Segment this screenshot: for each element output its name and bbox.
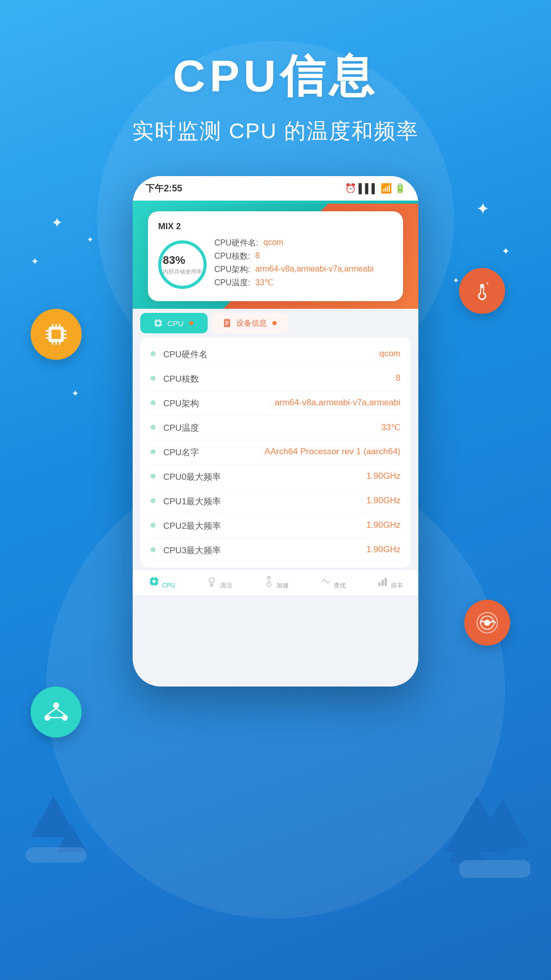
cpu-details-card: CPU硬件名 qcom CPU核数 8 CPU架构 arm64-v8a,arme… (140, 337, 411, 568)
svg-rect-29 (157, 322, 160, 325)
svg-rect-45 (153, 580, 156, 583)
tab-device-label: 设备信息 (236, 318, 267, 328)
card-row-hardware: CPU硬件名: qcom (214, 238, 373, 249)
svg-point-38 (189, 321, 193, 325)
cpu-value-freq3: 1.90GHz (366, 545, 400, 555)
cpu-dot-name (151, 449, 156, 454)
device-tab-icon (222, 318, 232, 328)
svg-line-26 (56, 708, 65, 715)
mountain-right-3 (444, 796, 510, 852)
card-label-cores: CPU核数: (214, 251, 250, 262)
card-value-hardware: qcom (263, 238, 283, 249)
svg-rect-59 (379, 582, 381, 586)
nav-optimize-icon (320, 575, 332, 587)
phone-mockup: 下午2:55 ⏰ ▌▌▌ 📶 🔋 MIX 2 83% 内 (133, 176, 418, 687)
usage-circle: 83% 内部存储使用率 (158, 240, 207, 289)
nav-boost[interactable]: 加速 (263, 575, 289, 590)
nav-boost-label: 加速 (277, 582, 289, 589)
cpu-detail-row-freq1: CPU1最大频率 1.90GHz (151, 489, 400, 514)
cpu-label-freq2: CPU2最大频率 (163, 520, 366, 532)
cpu-dot-freq1 (151, 498, 156, 503)
svg-text:°: ° (486, 281, 489, 288)
svg-rect-61 (385, 578, 387, 586)
tab-bar: CPU 设备信息 (140, 313, 411, 333)
cloud-right (459, 860, 531, 878)
card-label-hardware: CPU硬件名: (214, 238, 258, 249)
bubble-wave (464, 600, 510, 646)
cpu-detail-row-cores: CPU核数 8 (151, 367, 400, 391)
cpu-dot-freq3 (151, 547, 156, 552)
nav-optimize[interactable]: 查优 (320, 575, 346, 590)
svg-rect-1 (52, 330, 61, 339)
tab-cpu-dot (188, 320, 195, 327)
svg-point-58 (267, 582, 271, 586)
cpu-dot-freq0 (151, 474, 156, 479)
nav-clean[interactable]: 清洁 (206, 575, 232, 590)
nav-clean-label: 清洁 (220, 582, 232, 589)
battery-icon: 🔋 (394, 183, 406, 194)
cpu-detail-row-freq0: CPU0最大频率 1.90GHz (151, 465, 400, 489)
cpu-label-temp: CPU温度 (163, 422, 381, 434)
alarm-icon: ⏰ (345, 183, 356, 194)
cpu-label-freq3: CPU3最大频率 (163, 545, 366, 556)
cpu-detail-row-hardware: CPU硬件名 qcom (151, 342, 400, 367)
phone-mockup-area: ° 下午2:55 ⏰ ▌▌▌ 📶 🔋 (0, 176, 551, 687)
cpu-value-temp: 33℃ (381, 422, 400, 433)
cpu-label-freq1: CPU1最大频率 (163, 496, 366, 507)
nav-boost-icon (263, 575, 275, 587)
nav-cpu[interactable]: CPU (148, 575, 175, 590)
nav-optimize-label: 查优 (334, 582, 346, 589)
wifi-icon: 📶 (381, 183, 392, 194)
bubble-thermometer: ° (459, 268, 505, 314)
signal-icon: ▌▌▌ (359, 183, 378, 194)
info-card: MIX 2 83% 内部存储使用率 CPU硬件名: qcom (148, 211, 403, 301)
cpu-value-hardware: qcom (379, 349, 400, 359)
nav-clean-icon (206, 575, 218, 587)
tab-device[interactable]: 设备信息 (212, 313, 288, 333)
svg-point-17 (480, 293, 485, 299)
nav-rank-icon (377, 575, 389, 587)
card-info: CPU硬件名: qcom CPU核数: 8 CPU架构: arm64-v8a,a… (214, 238, 373, 291)
card-row-temp: CPU温度: 33℃ (214, 278, 373, 288)
usage-label: 内部存储使用率 (163, 268, 202, 276)
usage-percent: 83% (163, 254, 202, 267)
cpu-value-freq0: 1.90GHz (366, 471, 400, 481)
tab-cpu-label: CPU (167, 319, 184, 328)
card-value-temp: 33℃ (255, 278, 273, 288)
svg-point-22 (53, 702, 59, 708)
card-value-cores: 8 (255, 251, 260, 262)
status-bar: 下午2:55 ⏰ ▌▌▌ 📶 🔋 (133, 176, 418, 201)
cpu-label-name: CPU名字 (163, 447, 265, 458)
card-label-temp: CPU温度: (214, 278, 250, 288)
cpu-label-freq0: CPU0最大频率 (163, 471, 366, 483)
cpu-dot-temp (151, 425, 156, 430)
tab-device-dot (271, 320, 278, 327)
cpu-value-cores: 8 (396, 373, 400, 383)
cpu-detail-row-temp: CPU温度 33℃ (151, 416, 400, 440)
bubble-network (31, 687, 82, 738)
cpu-value-freq2: 1.90GHz (366, 520, 400, 530)
card-row-arch: CPU架构: arm64-v8a,armeabi-v7a,armeabi (214, 264, 373, 275)
card-row-cores: CPU核数: 8 (214, 251, 373, 262)
svg-point-54 (209, 578, 214, 583)
device-name: MIX 2 (158, 222, 373, 232)
cpu-detail-row-name: CPU名字 AArch64 Processor rev 1 (aarch64) (151, 440, 400, 465)
svg-rect-60 (382, 580, 384, 586)
cpu-dot-hardware (151, 351, 156, 356)
cpu-label-arch: CPU架构 (163, 398, 274, 409)
cpu-dot-freq2 (151, 523, 156, 528)
cpu-dot-arch (151, 400, 156, 405)
nav-cpu-icon (148, 575, 160, 587)
cpu-value-freq1: 1.90GHz (366, 496, 400, 506)
card-label-arch: CPU架构: (214, 264, 250, 275)
cpu-detail-row-freq3: CPU3最大频率 1.90GHz (151, 538, 400, 562)
cloud-left (26, 847, 87, 863)
card-value-arch: arm64-v8a,armeabi-v7a,armeabi (255, 264, 373, 275)
cpu-label-cores: CPU核数 (163, 373, 396, 385)
cpu-label-hardware: CPU硬件名 (163, 349, 379, 360)
cpu-detail-row-freq2: CPU2最大频率 1.90GHz (151, 514, 400, 538)
status-icons: ⏰ ▌▌▌ 📶 🔋 (345, 183, 406, 194)
nav-rank[interactable]: 排丰 (377, 575, 403, 590)
cpu-value-name: AArch64 Processor rev 1 (aarch64) (265, 447, 400, 457)
tab-cpu[interactable]: CPU (140, 313, 208, 333)
